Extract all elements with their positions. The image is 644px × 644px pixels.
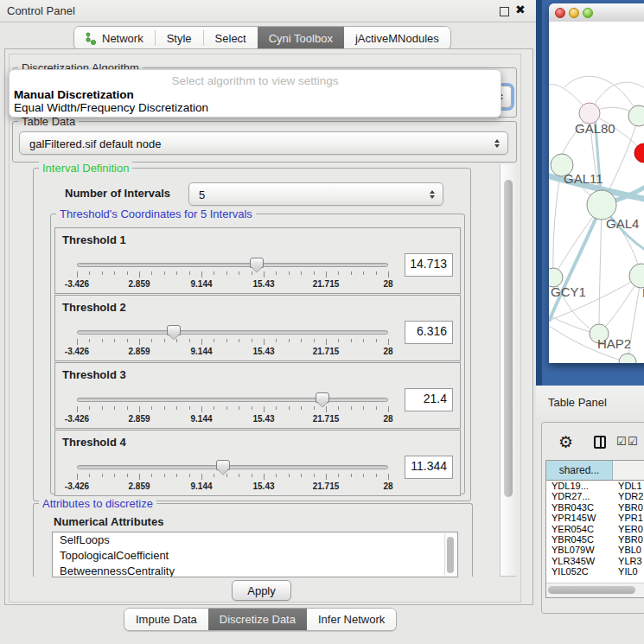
numerical-attributes-list[interactable]: SelfLoopsTopologicalCoefficientBetweenne…	[52, 532, 458, 577]
combo-arrows-icon	[430, 190, 435, 199]
scrollbar-thumb[interactable]	[548, 586, 635, 594]
table-row[interactable]: YBR045CYBR0	[546, 534, 644, 545]
tab-impute-data[interactable]: Impute Data	[124, 609, 208, 630]
tab-style[interactable]: Style	[156, 27, 203, 49]
attribute-list-item[interactable]: TopologicalCoefficient	[53, 548, 457, 564]
close-traffic-light-icon[interactable]	[555, 8, 565, 18]
popup-item-equal-width-frequency[interactable]: Equal Width/Frequency Discretization	[13, 101, 497, 114]
slider-ticks	[77, 406, 388, 413]
attribute-list-item[interactable]: BetweennessCentrality	[53, 564, 457, 577]
node-right-h[interactable]	[629, 264, 644, 288]
tab-cyni-toolbox[interactable]: Cyni Toolbox	[258, 27, 344, 49]
table-row[interactable]: YDL19...YDL1	[546, 481, 644, 491]
float-window-icon[interactable]	[500, 7, 509, 16]
threshold-3-label: Threshold 3	[62, 368, 126, 381]
table-row[interactable]: YBL079WYBL0	[546, 545, 644, 555]
node-label-gal4: GAL4	[606, 216, 639, 231]
node-label-gal80: GAL80	[575, 121, 615, 136]
popup-item-manual-discretization[interactable]: Manual Discretization	[13, 88, 497, 101]
panel-title: Control Panel	[7, 4, 75, 17]
number-of-intervals-label: Number of Intervals	[65, 187, 170, 200]
tab-discretize-data[interactable]: Discretize Data	[208, 609, 307, 630]
close-icon[interactable]: ✖	[515, 3, 526, 16]
threshold-2-panel: Threshold 2 -3.4262.8599.14415.4321.7152…	[54, 295, 461, 361]
table-panel-titlebar: Table Panel	[536, 386, 644, 420]
table-row[interactable]: YIL052CYIL0	[546, 566, 644, 577]
table-data-combobox[interactable]: galFiltered.sif default node	[19, 131, 508, 155]
tab-infer-network[interactable]: Infer Network	[307, 609, 396, 630]
table-row[interactable]: YDR27...YDR2	[546, 491, 644, 501]
threshold-3-slider-track[interactable]	[77, 398, 388, 402]
table-horizontal-scrollbar[interactable]	[546, 583, 644, 597]
tab-jactivemnodules[interactable]: jActiveMNodules	[344, 27, 450, 49]
threshold-2-slider-track[interactable]	[77, 330, 388, 335]
node-label-hap2: HAP2	[597, 336, 631, 351]
checkbox-icon[interactable]: ☑	[616, 435, 627, 448]
slider-tick-labels: -3.4262.8599.14415.4321.71528	[77, 279, 388, 290]
slider-ticks	[77, 339, 388, 346]
node-top-right[interactable]	[628, 105, 644, 126]
network-desktop-area: GAL80 GA C GAL11 GAL4 GCY1 H HAP2	[536, 0, 644, 386]
slider-tick-labels: -3.4262.8599.14415.4321.71528	[77, 347, 388, 357]
tab-network[interactable]: Network	[74, 27, 155, 49]
apply-button[interactable]: Apply	[232, 580, 291, 601]
threshold-4-panel: Threshold 4 -3.4262.8599.14415.4321.7152…	[54, 430, 461, 496]
threshold-4-value-field[interactable]: 11.344	[405, 456, 453, 479]
threshold-4-slider-track[interactable]	[77, 465, 388, 469]
slider-tick-labels: -3.4262.8599.14415.4321.71528	[77, 414, 388, 424]
table-row[interactable]: YLR345WYLR3	[546, 556, 644, 566]
scrollbar-thumb[interactable]	[504, 180, 513, 497]
attributes-label: Attributes to discretize	[39, 497, 156, 510]
column-header-shared-name[interactable]: shared...	[546, 461, 613, 481]
table-panel-body: ⚙ ☑ ☑ shared... n YDL19...YDL1YDR27...YD…	[541, 422, 644, 614]
table-data-value: galFiltered.sif default node	[29, 137, 161, 150]
threshold-1-panel: Threshold 1 -3.4262.8599.14415.4321.7152…	[54, 227, 461, 294]
table-header-row: shared... n	[546, 461, 644, 481]
threshold-1-slider-track[interactable]	[77, 263, 388, 267]
column-header-name[interactable]: n	[613, 461, 644, 481]
threshold-1-label: Threshold 1	[62, 233, 126, 246]
minimize-traffic-light-icon[interactable]	[569, 8, 579, 18]
algorithm-dropdown-popup: Select algorithm to view settings Manual…	[9, 69, 501, 118]
threshold-2-label: Threshold 2	[62, 301, 126, 314]
numerical-attributes-label: Numerical Attributes	[54, 515, 163, 528]
network-view-window[interactable]: GAL80 GA C GAL11 GAL4 GCY1 H HAP2	[549, 3, 644, 363]
control-panel-titlebar: Control Panel ✖	[0, 0, 536, 22]
slider-ticks	[77, 474, 388, 481]
checkbox-icon[interactable]: ☑	[628, 435, 638, 448]
node-bottom[interactable]	[619, 354, 636, 363]
node-table-rows: YDL19...YDL1YDR27...YDR2YBR043CYBR0YPR14…	[546, 481, 644, 578]
node-attribute-table: shared... n YDL19...YDL1YDR27...YDR2YBR0…	[545, 460, 644, 598]
node-gal4[interactable]	[587, 190, 616, 220]
tab-select[interactable]: Select	[204, 27, 258, 49]
threshold-3-panel: Threshold 3 -3.4262.8599.14415.4321.7152…	[54, 362, 461, 429]
application-root: Control Panel ✖ Network Style Select Cyn…	[0, 0, 644, 644]
columns-icon[interactable]	[594, 436, 606, 449]
gear-icon[interactable]: ⚙	[558, 432, 573, 452]
threshold-1-slider-handle[interactable]	[250, 258, 264, 268]
network-window-titlebar[interactable]	[549, 3, 644, 22]
node-selected-red[interactable]	[634, 143, 644, 163]
attribute-list-item[interactable]: SelfLoops	[53, 532, 457, 548]
interval-definition-label: Interval Definition	[39, 162, 132, 175]
network-canvas[interactable]: GAL80 GA C GAL11 GAL4 GCY1 H HAP2	[549, 22, 644, 363]
threshold-4-label: Threshold 4	[62, 436, 126, 449]
table-row[interactable]: YPR145WYPR1	[546, 513, 644, 523]
list-scrollbar[interactable]	[444, 533, 456, 576]
table-row[interactable]: YER054CYER0	[546, 524, 644, 534]
zoom-traffic-light-icon[interactable]	[583, 8, 593, 18]
settings-vertical-scrollbar[interactable]	[500, 164, 516, 577]
threshold-1-value-field[interactable]: 14.713	[405, 253, 453, 277]
node-label-gcy1: GCY1	[551, 284, 586, 299]
threshold-2-slider-handle[interactable]	[167, 325, 181, 335]
table-row[interactable]: YBR043CYBR0	[546, 502, 644, 513]
number-of-intervals-combobox[interactable]: 5	[188, 182, 443, 206]
threshold-3-slider-handle[interactable]	[316, 392, 329, 403]
slider-tick-labels: -3.4262.8599.14415.4321.71528	[77, 481, 388, 492]
number-of-intervals-value: 5	[199, 188, 205, 201]
tab-network-label: Network	[102, 32, 143, 45]
threshold-2-value-field[interactable]: 6.316	[405, 321, 453, 344]
threshold-4-slider-handle[interactable]	[216, 460, 230, 470]
table-panel-title: Table Panel	[548, 396, 607, 409]
threshold-3-value-field[interactable]: 21.4	[405, 388, 453, 411]
